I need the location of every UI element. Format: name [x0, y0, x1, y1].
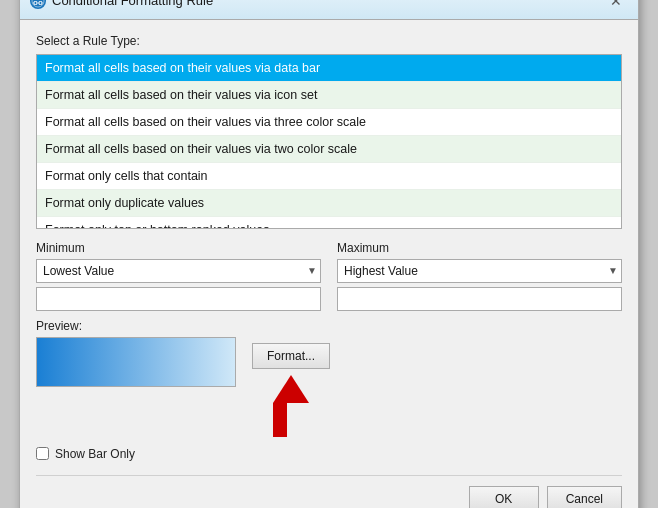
minimum-value-input[interactable] — [36, 287, 321, 311]
rule-item-1[interactable]: Format all cells based on their values v… — [37, 82, 621, 109]
rule-item-5[interactable]: Format only duplicate values — [37, 190, 621, 217]
minimum-select-wrapper: Lowest Value ▼ — [36, 259, 321, 283]
bottom-buttons: OK Cancel — [36, 475, 622, 509]
minimum-column: Minimum Lowest Value ▼ — [36, 241, 321, 311]
arrow-shaft — [273, 403, 287, 437]
close-button[interactable]: ✕ — [604, 0, 628, 11]
maximum-value-input[interactable] — [337, 287, 622, 311]
preview-label: Preview: — [36, 319, 622, 333]
dialog-body: Select a Rule Type: Format all cells bas… — [20, 20, 638, 509]
dialog-title: Conditional Formatting Rule — [52, 0, 213, 8]
min-max-row: Minimum Lowest Value ▼ Maximum Highest V… — [36, 241, 622, 311]
show-bar-only-label: Show Bar Only — [55, 447, 135, 461]
select-rule-label: Select a Rule Type: — [36, 34, 622, 48]
arrow-indicator — [273, 375, 309, 437]
cancel-button[interactable]: Cancel — [547, 486, 622, 509]
preview-section: Preview: Format... Show Bar Only — [36, 319, 622, 461]
maximum-select[interactable]: Highest Value — [337, 259, 622, 283]
title-bar: oo Conditional Formatting Rule ✕ — [20, 0, 638, 20]
show-bar-row: Show Bar Only — [36, 447, 622, 461]
arrow-up-icon — [273, 375, 309, 403]
rule-type-list[interactable]: Format all cells based on their values v… — [36, 54, 622, 229]
show-bar-only-checkbox[interactable] — [36, 447, 49, 460]
minimum-label: Minimum — [36, 241, 321, 255]
dialog-icon: oo — [30, 0, 46, 9]
maximum-label: Maximum — [337, 241, 622, 255]
rule-item-2[interactable]: Format all cells based on their values v… — [37, 109, 621, 136]
conditional-formatting-dialog: oo Conditional Formatting Rule ✕ Select … — [19, 0, 639, 508]
preview-bar-container — [36, 337, 236, 387]
maximum-select-wrapper: Highest Value ▼ — [337, 259, 622, 283]
preview-row: Format... — [36, 337, 622, 437]
svg-text:oo: oo — [33, 0, 43, 6]
rule-item-4[interactable]: Format only cells that contain — [37, 163, 621, 190]
title-bar-left: oo Conditional Formatting Rule — [30, 0, 213, 9]
preview-bar — [37, 338, 235, 386]
rule-item-3[interactable]: Format all cells based on their values v… — [37, 136, 621, 163]
minimum-select[interactable]: Lowest Value — [36, 259, 321, 283]
format-button[interactable]: Format... — [252, 343, 330, 369]
rule-item-6[interactable]: Format only top or bottom ranked values — [37, 217, 621, 229]
rule-item-0[interactable]: Format all cells based on their values v… — [37, 55, 621, 82]
format-arrow-area: Format... — [252, 341, 330, 437]
maximum-column: Maximum Highest Value ▼ — [337, 241, 622, 311]
ok-button[interactable]: OK — [469, 486, 539, 509]
